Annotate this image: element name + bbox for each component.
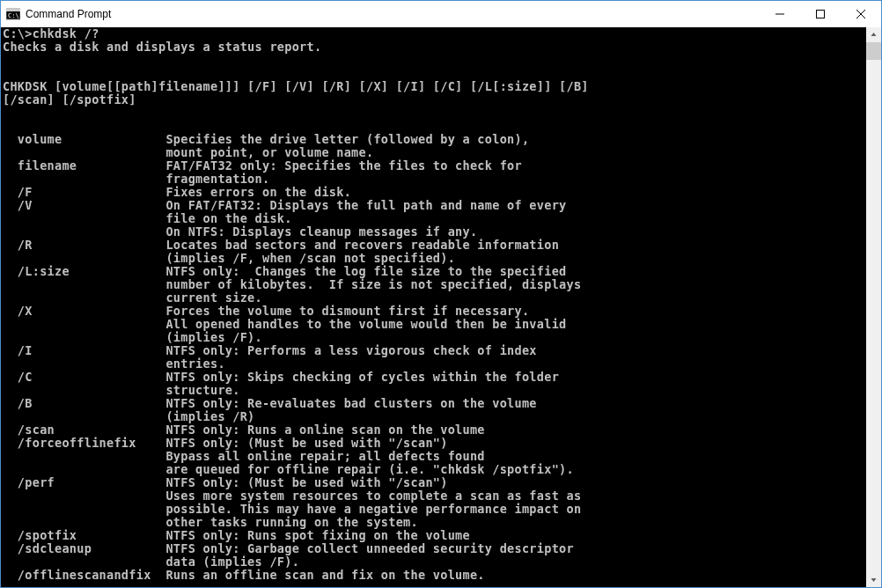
console-line: /R Locates bad sectors and recovers read… xyxy=(3,239,864,252)
console-line: /offlinescanandfix Runs an offline scan … xyxy=(3,569,864,582)
console-line xyxy=(3,120,864,133)
console-line: /L:size NTFS only: Changes the log file … xyxy=(3,265,864,278)
console-line xyxy=(3,67,864,80)
scrollbar-up-button[interactable] xyxy=(866,27,881,42)
console-line: /B NTFS only: Re-evaluates bad clusters … xyxy=(3,397,864,410)
console-line: /I NTFS only: Performs a less vigorous c… xyxy=(3,344,864,357)
cmd-icon: C:\ xyxy=(6,7,20,21)
console-line: /C NTFS only: Skips checking of cycles w… xyxy=(3,371,864,384)
svg-text:C:\: C:\ xyxy=(8,12,19,19)
console-line: (implies /F). xyxy=(3,331,864,344)
console-line: (implies /R) xyxy=(3,410,864,423)
console-line: Checks a disk and displays a status repo… xyxy=(3,40,864,54)
console-line: are queued for offline repair (i.e. "chk… xyxy=(3,463,864,476)
console-line: Bypass all online repair; all defects fo… xyxy=(3,450,864,463)
console-line: other tasks running on the system. xyxy=(3,516,864,529)
titlebar[interactable]: C:\ Command Prompt xyxy=(1,1,881,27)
scrollbar-track[interactable] xyxy=(866,42,881,572)
console-line: file on the disk. xyxy=(3,212,864,225)
console-line: [/scan] [/spotfix] xyxy=(3,93,864,107)
console-line: possible. This may have a negative perfo… xyxy=(3,503,864,516)
console-line: /forceofflinefix NTFS only: (Must be use… xyxy=(3,437,864,450)
console-line: entries. xyxy=(3,357,864,371)
svg-rect-1 xyxy=(6,9,20,11)
console-line: Uses more system resources to complete a… xyxy=(3,489,864,503)
console-line: current size. xyxy=(3,291,864,305)
console-line: /F Fixes errors on the disk. xyxy=(3,186,864,199)
console-line: CHKDSK [volume[[path]filename]]] [/F] [/… xyxy=(3,80,864,93)
console-line: /scan NTFS only: Runs a online scan on t… xyxy=(3,423,864,437)
console-line: /V On FAT/FAT32: Displays the full path … xyxy=(3,199,864,212)
console-line: filename FAT/FAT32 only: Specifies the f… xyxy=(3,159,864,173)
console-line: /perf NTFS only: (Must be used with "/sc… xyxy=(3,476,864,489)
console-line: /sdcleanup NTFS only: Garbage collect un… xyxy=(3,542,864,555)
console-line: number of kilobytes. If size is not spec… xyxy=(3,278,864,291)
console-line: data (implies /F). xyxy=(3,555,864,569)
console-line: (implies /F, when /scan not specified). xyxy=(3,252,864,265)
scrollbar-down-button[interactable] xyxy=(866,572,881,587)
svg-marker-8 xyxy=(871,578,877,582)
console-line xyxy=(3,582,864,587)
svg-rect-4 xyxy=(817,10,825,18)
window-controls xyxy=(760,1,881,27)
scrollbar-thumb[interactable] xyxy=(866,42,881,60)
console-line: /spotfix NTFS only: Runs spot fixing on … xyxy=(3,529,864,542)
console-area: C:\>chkdsk /?Checks a disk and displays … xyxy=(1,27,881,587)
console-line: structure. xyxy=(3,384,864,397)
console-line: volume Specifies the drive letter (follo… xyxy=(3,133,864,146)
svg-marker-7 xyxy=(871,33,877,36)
console-line xyxy=(3,54,864,67)
maximize-button[interactable] xyxy=(800,1,841,26)
command-prompt-window: C:\ Command Prompt C:\>chkdsk /?Checks a… xyxy=(0,0,882,588)
console-line: /X Forces the volume to dismount first i… xyxy=(3,305,864,318)
console-line: mount point, or volume name. xyxy=(3,146,864,159)
console-line: On NTFS: Displays cleanup messages if an… xyxy=(3,225,864,239)
minimize-button[interactable] xyxy=(760,1,800,26)
console-line: fragmentation. xyxy=(3,173,864,186)
console-output[interactable]: C:\>chkdsk /?Checks a disk and displays … xyxy=(1,27,866,587)
console-line xyxy=(3,107,864,120)
console-line: All opened handles to the volume would t… xyxy=(3,318,864,331)
vertical-scrollbar[interactable] xyxy=(866,27,881,587)
close-button[interactable] xyxy=(841,1,881,26)
console-line: C:\>chkdsk /? xyxy=(3,27,864,40)
window-title: Command Prompt xyxy=(26,8,760,20)
